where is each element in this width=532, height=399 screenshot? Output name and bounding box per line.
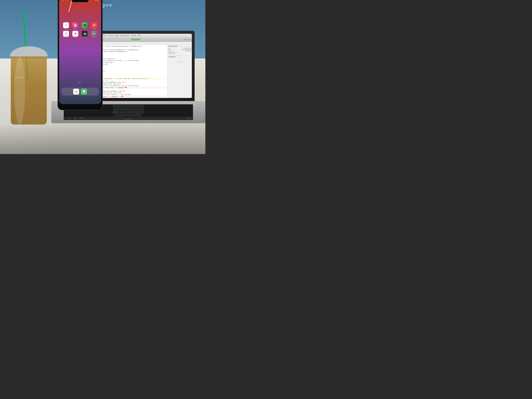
key-p[interactable]: P [141, 108, 143, 110]
key-2[interactable]: 2 [118, 105, 120, 108]
menu-source-control[interactable]: Source Control [120, 35, 129, 36]
maps-label: Maps [84, 29, 86, 30]
key-7[interactable]: 7 [131, 105, 133, 108]
key-i[interactable]: I [136, 108, 138, 110]
cup-text: TEAVANA [14, 76, 23, 79]
key-h[interactable]: H [130, 111, 132, 114]
key-caps[interactable]: caps [113, 111, 116, 114]
key-1[interactable]: 1 [115, 105, 118, 108]
iphone-signal: ▲ ● ☰ [95, 0, 99, 1]
key-6[interactable]: 6 [128, 105, 131, 108]
key-k[interactable]: K [135, 111, 137, 114]
key-esc[interactable]: esc [113, 105, 115, 108]
key-j[interactable]: J [132, 111, 135, 114]
key-g[interactable]: G [127, 111, 129, 114]
app-icon-maps[interactable]: 🗺 Maps [81, 22, 89, 30]
app-icon-health[interactable]: ❤ Health [71, 31, 80, 38]
messages-icon: 💬 [81, 89, 87, 95]
key-4[interactable]: 4 [123, 105, 126, 108]
key-shift-left[interactable]: ⇧ [115, 114, 119, 116]
key-d[interactable]: D [122, 111, 124, 114]
key-c[interactable]: C [125, 114, 127, 116]
cup-body: TEAVANA [11, 56, 47, 125]
app-icon-photos[interactable]: 🌸 Photos [71, 22, 80, 30]
key-v[interactable]: V [127, 114, 129, 116]
key-e[interactable]: E [123, 108, 125, 110]
key-shift-right[interactable]: ⇧ [138, 114, 141, 116]
key-b[interactable]: B [130, 114, 132, 116]
key-command-right[interactable]: command [185, 117, 192, 119]
no-matches: No Matches [168, 61, 191, 62]
safari-icon: 🧭 [73, 89, 79, 95]
dock-icon-safari[interactable]: 🧭 [73, 89, 79, 95]
shadow-overlay [0, 123, 205, 154]
key-q[interactable]: Q [118, 108, 120, 110]
menu-editor[interactable]: Editor [103, 35, 107, 36]
build-status: Build Succeeded [131, 39, 140, 40]
key-9[interactable]: 9 [136, 105, 139, 108]
health-icon: ❤ [72, 31, 78, 37]
key-r[interactable]: R [125, 108, 128, 110]
key-y[interactable]: Y [131, 108, 133, 110]
inspector-value-name: GameScene.swift [184, 48, 191, 49]
key-s[interactable]: S [119, 111, 122, 114]
key-x[interactable]: X [122, 114, 124, 116]
app-icon-calendar[interactable]: 27 Calendar [62, 22, 70, 30]
menu-product[interactable]: Product [108, 35, 113, 36]
key-u[interactable]: U [133, 108, 135, 110]
page-dot-1 [79, 82, 80, 83]
key-m[interactable]: M [135, 114, 137, 116]
iphone-time: 2:47 [61, 0, 64, 1]
app-icon-reminders[interactable]: 📋 Reminders [62, 31, 70, 38]
inspector-row-happybird: HappyBirdUITests [168, 53, 191, 54]
dock-icon-messages[interactable]: 💬 [81, 89, 87, 95]
key-8[interactable]: 8 [134, 105, 136, 108]
key-3[interactable]: 3 [120, 105, 123, 108]
iphone-container: 2:47 ▲ ● ☰ 27 Calendar [57, 0, 103, 131]
app-icon-wallet[interactable]: 💳 Wallet [81, 31, 89, 38]
key-0[interactable]: 0 [139, 105, 141, 108]
menu-debug[interactable]: Debug [115, 35, 119, 36]
maps-icon: 🗺 [82, 22, 88, 28]
inspector-value-type: Default - Swift Source [182, 49, 191, 50]
key-return[interactable]: ↵ [140, 111, 144, 114]
menu-help[interactable]: Help [138, 35, 140, 36]
error-indicator-2 [122, 96, 123, 97]
key-a[interactable]: A [117, 111, 119, 114]
menu-window[interactable]: Window [131, 35, 136, 36]
key-t[interactable]: T [128, 108, 130, 110]
app-icon-settings[interactable]: ⚙ Settings [90, 31, 98, 38]
inspector-value-location: Absolute Path [185, 50, 191, 51]
inspector-row-type: Type Default - Swift Source [168, 49, 191, 50]
key-n[interactable]: N [132, 114, 135, 116]
iphone-notch [72, 0, 89, 2]
toolbar-time: Wkd 2:47 pm [184, 39, 191, 40]
inspector-title: Identity and Type [168, 45, 191, 47]
key-tab[interactable]: tab [113, 108, 117, 110]
iphone-page-dots [79, 82, 81, 83]
iphone-body: 2:47 ▲ ● ☰ 27 Calendar [57, 0, 103, 110]
key-w[interactable]: W [120, 108, 122, 110]
cup-lid [10, 46, 48, 57]
iphone-screen: 2:47 ▲ ● ☰ 27 Calendar [59, 0, 101, 104]
news-icon: N [91, 22, 97, 28]
xcode-inspector: Identity and Type Name GameScene.swift T… [167, 45, 192, 98]
wallet-label: Wallet [83, 37, 86, 38]
key-f[interactable]: F [125, 111, 127, 114]
iphone-dock: 🧭 💬 [61, 88, 99, 95]
key-o[interactable]: O [138, 108, 141, 110]
error-indicator-1 [125, 87, 127, 88]
key-l[interactable]: L [138, 111, 140, 114]
wallet-icon: 💳 [82, 31, 88, 37]
page-dot-2 [80, 82, 81, 83]
app-icon-news[interactable]: N News [90, 22, 98, 30]
photos-label: Photos [74, 29, 77, 30]
calendar-label: Calendar [64, 29, 68, 30]
key-del[interactable]: del [141, 105, 144, 108]
key-5[interactable]: 5 [126, 105, 128, 108]
key-z[interactable]: Z [119, 114, 122, 116]
settings-label: Settings [92, 37, 96, 38]
news-label: News [93, 29, 95, 30]
inspector-label-target: HappyBirdTests [168, 52, 175, 53]
inspector-row-location: Location Absolute Path [168, 50, 191, 51]
